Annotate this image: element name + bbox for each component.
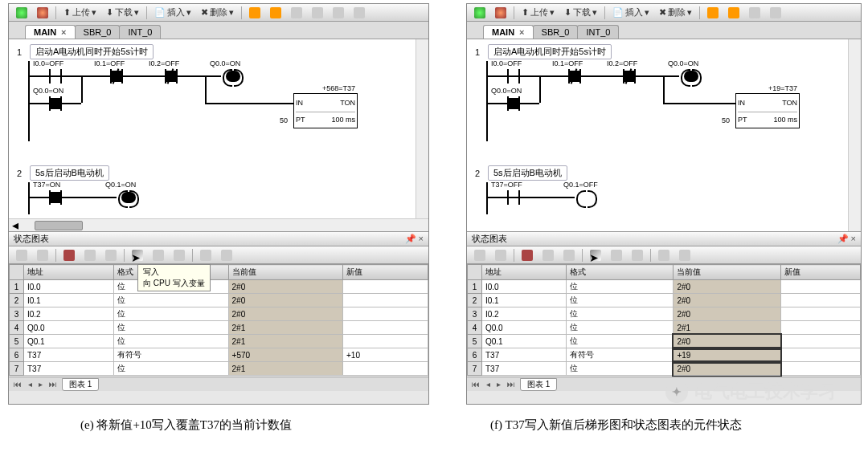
cell-new[interactable] (343, 280, 428, 294)
cell-addr[interactable]: I0.1 (24, 294, 114, 307)
delete-button[interactable]: ✖删除▾ (197, 6, 238, 20)
tab-sbr[interactable]: SBR_0 (533, 25, 579, 39)
pin-icon[interactable]: 📌 × (837, 234, 856, 244)
table-row[interactable]: 6 T37 有符号 +19 (468, 348, 861, 362)
cell-new[interactable]: +10 (343, 348, 428, 362)
table-row[interactable]: 4 Q0.0 位 2#1 (10, 321, 428, 335)
monitor-button[interactable] (59, 248, 79, 263)
cell-new[interactable] (343, 307, 428, 321)
nav-first-icon[interactable]: ⏮ (470, 380, 481, 389)
cell-fmt[interactable]: 位 (566, 280, 673, 294)
col-fmt[interactable]: 格式 (566, 265, 673, 280)
cell-cur[interactable]: 2#0 (228, 294, 342, 307)
timer-t37[interactable]: +568=T37 INTON PT100 ms 50 (293, 93, 358, 128)
table-row[interactable]: 6 T37 有符号 +570 +10 (10, 348, 428, 362)
cell-cur[interactable]: 2#1 (228, 335, 342, 348)
cell-cur[interactable]: 2#1 (228, 362, 342, 376)
tool-icon[interactable] (245, 6, 264, 20)
cell-cur[interactable]: 2#1 (228, 321, 342, 335)
table-row[interactable]: 5 Q0.1 位 2#0 (468, 335, 861, 348)
run-icon[interactable] (12, 6, 31, 20)
tab-int[interactable]: INT_0 (119, 25, 161, 39)
chart-tab[interactable]: 图表 1 (520, 378, 557, 391)
coil-q01[interactable]: Q0.1=OFF (575, 190, 599, 205)
status-tool[interactable] (149, 248, 168, 263)
cell-fmt[interactable]: 有符号 (566, 348, 673, 362)
cell-new[interactable] (343, 294, 428, 307)
cell-fmt[interactable]: 位 (566, 335, 673, 348)
col-addr[interactable]: 地址 (24, 265, 114, 280)
coil-q00[interactable]: Q0.0=ON (679, 69, 703, 83)
nav-next-icon[interactable]: ▸ (37, 380, 44, 389)
col-new[interactable]: 新值 (780, 265, 860, 280)
tab-main[interactable]: MAIN× (25, 25, 76, 39)
tab-int[interactable]: INT_0 (577, 25, 619, 39)
status-tool[interactable] (170, 248, 189, 263)
cell-addr[interactable]: I0.0 (482, 280, 567, 294)
upload-button[interactable]: ⬆上传▾ (59, 6, 100, 20)
col-cur[interactable]: 当前值 (228, 265, 342, 280)
status-tool[interactable] (491, 248, 510, 263)
status-tool[interactable] (196, 248, 215, 263)
status-tool[interactable] (628, 248, 647, 263)
cell-addr[interactable]: Q0.1 (24, 335, 114, 348)
tool-icon[interactable] (350, 6, 369, 20)
download-button[interactable]: ⬇下载▾ (560, 6, 601, 20)
coil-q00[interactable]: Q0.0=ON (221, 69, 245, 83)
cell-new[interactable] (780, 307, 860, 321)
tool-icon[interactable] (266, 6, 285, 20)
table-row[interactable]: 2 I0.1 位 2#0 (10, 294, 428, 307)
run-icon[interactable] (470, 6, 489, 20)
status-tool[interactable] (217, 248, 236, 263)
cell-addr[interactable]: Q0.0 (482, 321, 567, 335)
nav-first-icon[interactable]: ⏮ (12, 380, 23, 389)
contact-q00[interactable]: Q0.0=ON (41, 96, 70, 111)
cell-addr[interactable]: T37 (24, 348, 114, 362)
ladder-editor[interactable]: 1 启动A电动机同时开始5s计时 I0.0=OFF I0.1=OFF I0.2=… (9, 39, 428, 232)
cell-new[interactable] (343, 321, 428, 335)
contact-i01[interactable]: I0.1=OFF (560, 69, 589, 83)
cell-fmt[interactable]: 位 (566, 321, 673, 335)
cell-addr[interactable]: I0.2 (482, 307, 567, 321)
status-tool[interactable] (607, 248, 626, 263)
timer-t37[interactable]: +19=T37 INTON PT100 ms 50 (735, 93, 800, 128)
download-button[interactable]: ⬇下载▾ (102, 6, 143, 20)
contact-t37[interactable]: T37=OFF (499, 190, 528, 205)
cell-new[interactable] (780, 348, 860, 362)
tab-main[interactable]: MAIN× (483, 25, 534, 39)
chart-tab[interactable]: 图表 1 (62, 378, 99, 391)
contact-t37[interactable]: T37=ON (41, 190, 70, 205)
nav-last-icon[interactable]: ⏭ (47, 380, 59, 389)
cell-fmt[interactable]: 位 (566, 307, 673, 321)
status-tool[interactable] (675, 248, 694, 263)
nav-prev-icon[interactable]: ◂ (485, 380, 492, 389)
status-table[interactable]: 地址 格式 当前值 新值 1 I0.0 位 2#0 2 I0.1 位 2#0 3… (467, 264, 861, 376)
delete-button[interactable]: ✖删除▾ (655, 6, 696, 20)
tool-icon[interactable] (287, 6, 306, 20)
contact-i00[interactable]: I0.0=OFF (41, 69, 70, 83)
cell-addr[interactable]: T37 (482, 348, 567, 362)
vertical-scrollbar[interactable] (848, 39, 861, 231)
status-tool[interactable] (33, 248, 52, 263)
contact-i00[interactable]: I0.0=OFF (499, 69, 528, 83)
status-tool[interactable] (470, 248, 489, 263)
stop-icon[interactable] (491, 6, 510, 20)
cell-new[interactable] (343, 362, 428, 376)
tool-icon[interactable] (703, 6, 723, 20)
close-icon[interactable]: × (61, 27, 66, 37)
cell-new[interactable] (780, 362, 860, 376)
cell-fmt[interactable]: 有符号 (114, 348, 228, 362)
cell-fmt[interactable]: 位 (114, 307, 228, 321)
insert-button[interactable]: 📄插入▾ (608, 6, 653, 20)
tool-icon[interactable] (724, 6, 743, 20)
contact-i02[interactable]: I0.2=OFF (615, 69, 644, 83)
col-new[interactable]: 新值 (343, 265, 428, 280)
table-row[interactable]: 5 Q0.1 位 2#1 (10, 335, 428, 348)
cell-cur[interactable]: +19 (674, 348, 780, 362)
cell-cur[interactable]: 2#0 (674, 280, 780, 294)
cell-new[interactable] (780, 280, 860, 294)
nav-prev-icon[interactable]: ◂ (27, 380, 34, 389)
coil-q01[interactable]: Q0.1=ON (117, 190, 141, 205)
cell-cur[interactable]: 2#0 (674, 362, 780, 376)
table-row[interactable]: 3 I0.2 位 2#0 (468, 307, 861, 321)
